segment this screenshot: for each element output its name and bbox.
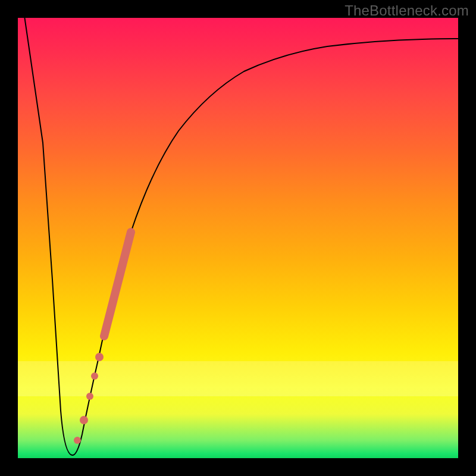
- bottleneck-curve: [24, 18, 458, 455]
- marker-dot: [95, 353, 104, 361]
- watermark-text: TheBottleneck.com: [345, 2, 469, 19]
- highlighted-range-segment: [104, 232, 131, 336]
- chart-frame: TheBottleneck.com: [0, 0, 476, 476]
- marker-dot: [80, 416, 88, 424]
- marker-dot: [86, 393, 93, 400]
- marker-dot: [74, 437, 81, 444]
- marker-dot: [91, 372, 98, 380]
- plot-area: [18, 18, 458, 458]
- bottleneck-curve-svg: [18, 18, 458, 458]
